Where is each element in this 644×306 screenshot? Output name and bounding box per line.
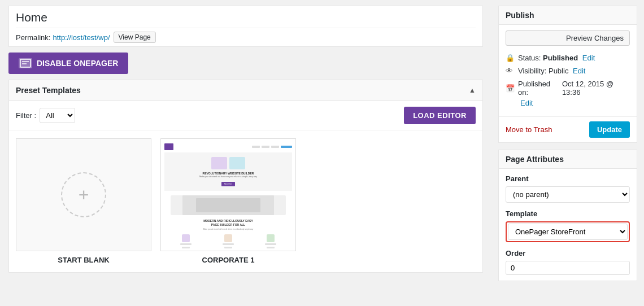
published-on-label: Published on: — [518, 80, 560, 97]
status-value: Published — [543, 54, 578, 62]
edit-visibility-link[interactable]: Edit — [573, 67, 585, 75]
calendar-icon: 📅 — [506, 84, 515, 93]
update-button[interactable]: Update — [589, 121, 630, 138]
filter-select[interactable]: All — [40, 108, 75, 123]
lock-icon: 🔒 — [506, 54, 515, 62]
move-to-trash-link[interactable]: Move to Trash — [506, 125, 552, 134]
disable-onepager-label: DISABLE ONEPAGER — [37, 59, 118, 68]
order-label: Order — [506, 249, 630, 257]
blank-plus-icon: + — [61, 172, 106, 217]
template-label: Template — [506, 209, 630, 218]
template-thumb-corporate: REVOLUTIONARY WEBSITE BUILDER Make you s… — [160, 138, 296, 251]
parent-label: Parent — [506, 174, 630, 183]
templates-grid: + START BLANK — [9, 130, 482, 272]
template-select-wrapper: OnePager StoreFront — [506, 221, 630, 242]
page-title: Home — [16, 11, 476, 24]
preset-templates-title: Preset Templates — [16, 86, 81, 95]
edit-status-link[interactable]: Edit — [582, 54, 595, 62]
corp-logo-icon — [164, 143, 173, 150]
eye-icon: 👁 — [506, 67, 515, 75]
template-name-corporate: CORPORATE 1 — [160, 256, 296, 264]
template-card-blank[interactable]: + START BLANK — [16, 138, 151, 264]
template-card-corporate[interactable]: REVOLUTIONARY WEBSITE BUILDER Make you s… — [160, 138, 296, 264]
preview-changes-button[interactable]: Preview Changes — [506, 30, 630, 46]
visibility-label: Visibility: — [518, 67, 546, 75]
visibility-value: Public — [549, 67, 568, 75]
template-thumb-blank: + — [16, 138, 151, 251]
publish-box-title: Publish — [506, 11, 534, 20]
svg-rect-2 — [22, 63, 27, 64]
template-name-blank: START BLANK — [16, 256, 151, 264]
filter-label: Filter : — [16, 111, 36, 120]
permalink-url[interactable]: http://lost/test/wp/ — [53, 33, 110, 42]
permalink-label: Permalink: — [16, 33, 50, 42]
view-page-button[interactable]: View Page — [114, 32, 156, 43]
status-label: Status: — [518, 54, 541, 62]
order-input[interactable] — [506, 261, 630, 275]
collapse-arrow-icon[interactable]: ▲ — [469, 86, 476, 94]
svg-rect-1 — [22, 61, 29, 62]
template-select[interactable]: OnePager StoreFront — [508, 224, 628, 240]
parent-select[interactable]: (no parent) — [506, 186, 630, 203]
onepager-icon — [19, 58, 32, 68]
published-on-value: Oct 12, 2015 @ 13:36 — [562, 80, 630, 97]
disable-onepager-button[interactable]: DISABLE ONEPAGER — [8, 53, 128, 74]
page-attributes-title: Page Attributes — [506, 155, 564, 164]
load-editor-button[interactable]: LOAD EDITOR — [404, 107, 476, 124]
edit-date-link[interactable]: Edit — [520, 99, 533, 107]
